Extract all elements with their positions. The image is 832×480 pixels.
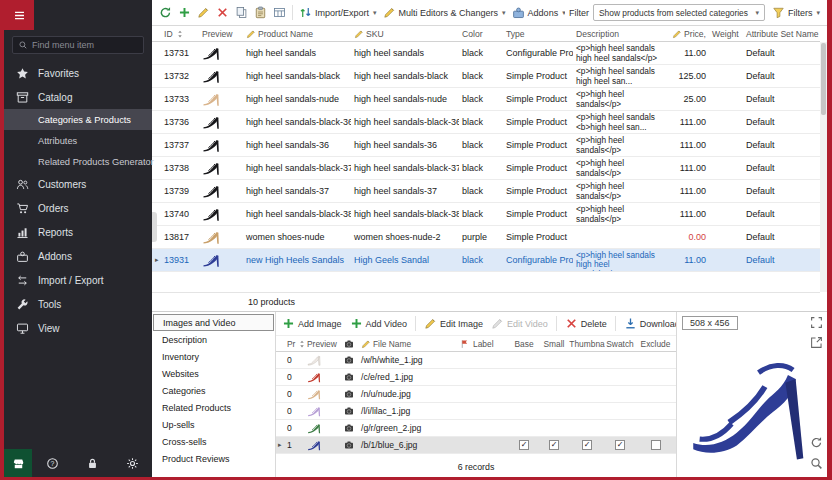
expand-icon[interactable]: ▸	[155, 256, 159, 264]
product-row[interactable]: ▸13931new High Heels SandalsHigh Geels S…	[152, 249, 820, 272]
checkbox[interactable]	[651, 440, 661, 450]
menu-addons[interactable]: Addons▾	[509, 4, 565, 21]
product-row[interactable]: 13733high heel sandals-nudehigh heel san…	[152, 88, 820, 111]
copy-button[interactable]	[232, 4, 251, 21]
filters-button[interactable]: Filters ▾	[769, 4, 823, 21]
column-header-color[interactable]: Color	[459, 29, 503, 39]
lock-icon[interactable]	[86, 457, 99, 470]
tab-websites[interactable]: Websites	[152, 365, 275, 382]
column-header-camera[interactable]	[339, 339, 359, 349]
image-row[interactable]: ▸1/b/1/blue_6.jpg✓✓✓✓	[276, 437, 676, 454]
column-header-description[interactable]: Description	[573, 29, 665, 39]
sidebar-item-catalog[interactable]: Catalog	[4, 85, 152, 109]
rotate-icon[interactable]	[810, 436, 823, 449]
product-row[interactable]: 13731high heel sandalshigh heel sandalsb…	[152, 42, 820, 65]
menu-search-input[interactable]	[32, 40, 138, 50]
filter-select[interactable]: Show products from selected categories ▾	[593, 4, 765, 21]
sidebar-item-reports[interactable]: Reports	[4, 220, 152, 244]
column-header-price[interactable]: Price,	[665, 29, 709, 39]
column-header-sku[interactable]: SKU	[351, 29, 459, 39]
column-header-label[interactable]: Label	[471, 339, 509, 349]
column-header-pr[interactable]: Pr	[285, 339, 305, 349]
tab-related-products[interactable]: Related Products	[152, 399, 275, 416]
sidebar-item-customers[interactable]: Customers	[4, 172, 152, 196]
hamburger-menu-button[interactable]	[4, 0, 34, 30]
sidebar-item-orders[interactable]: Orders	[4, 196, 152, 220]
fullscreen-icon[interactable]	[810, 316, 823, 329]
sidebar-item-favorites[interactable]: Favorites	[4, 61, 152, 85]
column-header-preview[interactable]: Preview	[199, 29, 243, 39]
image-row[interactable]: 0/n/u/nude.jpg	[276, 386, 676, 403]
image-row[interactable]: 0/l/i/lilac_1.jpg	[276, 403, 676, 420]
edit-image-button[interactable]: Edit Image	[421, 315, 486, 332]
tab-up-sells[interactable]: Up-sells	[152, 416, 275, 433]
add-icon	[350, 317, 363, 330]
menu-import-export[interactable]: Import/Export▾	[296, 4, 380, 21]
tab-inventory[interactable]: Inventory	[152, 348, 275, 365]
edit-video-button[interactable]: Edit Video	[488, 315, 551, 332]
column-header-product-name[interactable]: Product Name	[243, 29, 351, 39]
tab-images-and-video[interactable]: Images and Video	[153, 314, 274, 331]
splitter-handle[interactable]	[152, 212, 157, 242]
refresh-button[interactable]	[156, 4, 175, 21]
column-header-weight[interactable]: Weight	[709, 29, 743, 39]
product-row[interactable]: 13739high heel sandals-37high heel sanda…	[152, 180, 820, 203]
help-icon[interactable]: ?	[46, 457, 59, 470]
image-row[interactable]: 0/g/r/green_2.jpg	[276, 420, 676, 437]
column-header-thumbna[interactable]: Thumbna	[569, 339, 605, 349]
download-image-button[interactable]: Download Image	[621, 315, 676, 332]
scrollbar-thumb[interactable]	[821, 43, 826, 115]
image-row[interactable]: 0/c/e/red_1.jpg	[276, 369, 676, 386]
delete-button[interactable]: Delete	[562, 315, 610, 332]
product-row[interactable]: 13732high heel sandals-blackhigh heel sa…	[152, 65, 820, 88]
sidebar-subitem-attributes[interactable]: Attributes	[4, 130, 152, 151]
tab-cross-sells[interactable]: Cross-sells	[152, 433, 275, 450]
sidebar-subitem-related-products-generator[interactable]: Related Products Generator	[4, 151, 152, 172]
column-header-attribute-set-name[interactable]: Attribute Set Name	[743, 29, 820, 39]
add-video-button[interactable]: Add Video	[347, 315, 410, 332]
tab-categories[interactable]: Categories	[152, 382, 275, 399]
column-header-id[interactable]: ID	[161, 29, 199, 39]
sidebar-subitem-categories-products[interactable]: Categories & Products	[4, 109, 152, 130]
vertical-scrollbar[interactable]	[820, 42, 827, 292]
product-row[interactable]: 13736high heel sandals-black-36high heel…	[152, 111, 820, 134]
column-header-flag[interactable]	[459, 339, 471, 349]
menu-multi-editors-changers[interactable]: Multi Editors & Changers▾	[380, 4, 509, 21]
store-button[interactable]	[4, 449, 32, 477]
reports-icon	[16, 226, 29, 239]
preview-image	[681, 334, 813, 469]
product-row[interactable]: 13817women shoes-nudewomen shoes-nude-2p…	[152, 226, 820, 249]
edit-product-button[interactable]	[194, 4, 213, 21]
settings-icon[interactable]	[126, 457, 139, 470]
checkbox[interactable]: ✓	[549, 440, 559, 450]
sidebar-item-tools[interactable]: Tools	[4, 292, 152, 316]
tab-product-reviews[interactable]: Product Reviews	[152, 450, 275, 467]
column-settings-button[interactable]	[270, 4, 289, 21]
column-header-exclude[interactable]: Exclude	[635, 339, 676, 349]
column-header-small[interactable]: Small	[539, 339, 569, 349]
product-row[interactable]: 13737high heel sandals-36high heel sanda…	[152, 134, 820, 157]
column-header-swatch[interactable]: Swatch	[605, 339, 635, 349]
checkbox[interactable]: ✓	[519, 440, 529, 450]
add-image-button[interactable]: Add Image	[279, 315, 345, 332]
column-header-base[interactable]: Base	[509, 339, 539, 349]
sidebar-item-addons[interactable]: Addons	[4, 244, 152, 268]
add-product-button[interactable]	[175, 4, 194, 21]
product-row[interactable]: 13740high heel sandals-black-38high heel…	[152, 203, 820, 226]
checkbox[interactable]: ✓	[615, 440, 625, 450]
checkbox[interactable]: ✓	[582, 440, 592, 450]
product-price: 11.00	[665, 48, 709, 58]
zoom-icon[interactable]	[810, 457, 823, 470]
menu-search-box[interactable]	[12, 36, 144, 54]
column-header-file-name[interactable]: File Name	[359, 339, 459, 349]
paste-button[interactable]	[251, 4, 270, 21]
product-row[interactable]: 13738high heel sandals-black-37high heel…	[152, 157, 820, 180]
delete-product-button[interactable]	[213, 4, 232, 21]
toolbar-buttons: Import/Export▾Multi Editors & Changers▾A…	[156, 4, 565, 21]
column-header-type[interactable]: Type	[503, 29, 573, 39]
sidebar-item-import-export[interactable]: Import / Export	[4, 268, 152, 292]
image-row[interactable]: 0/w/h/white_1.jpg	[276, 352, 676, 369]
tab-description[interactable]: Description	[152, 331, 275, 348]
sidebar-item-view[interactable]: View	[4, 316, 152, 340]
column-header-preview[interactable]: Preview	[305, 339, 339, 349]
